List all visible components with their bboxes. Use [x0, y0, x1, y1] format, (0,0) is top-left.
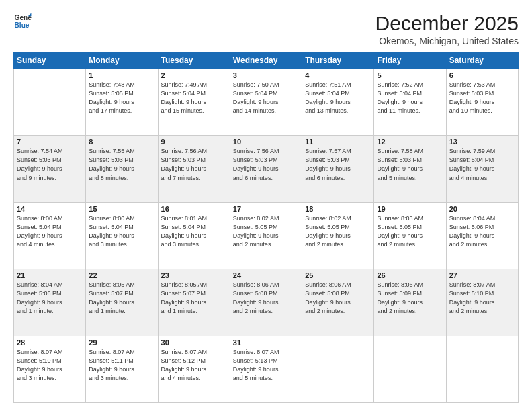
location: Okemos, Michigan, United States	[375, 36, 519, 46]
day-info: Sunrise: 8:04 AM Sunset: 5:06 PM Dayligh…	[17, 281, 83, 316]
calendar-week-row: 14Sunrise: 8:00 AM Sunset: 5:04 PM Dayli…	[14, 202, 519, 269]
day-info: Sunrise: 8:01 AM Sunset: 5:04 PM Dayligh…	[161, 214, 227, 249]
day-number: 19	[377, 205, 443, 213]
day-number: 8	[89, 138, 154, 146]
col-saturday: Saturday	[446, 52, 518, 69]
day-number: 15	[89, 205, 154, 213]
day-info: Sunrise: 8:06 AM Sunset: 5:08 PM Dayligh…	[305, 281, 371, 316]
day-number: 20	[449, 205, 515, 213]
table-cell: 28Sunrise: 8:07 AM Sunset: 5:10 PM Dayli…	[14, 336, 86, 402]
calendar-week-row: 7Sunrise: 7:54 AM Sunset: 5:03 PM Daylig…	[14, 136, 519, 202]
title-block: December 2025 Okemos, Michigan, United S…	[375, 12, 519, 46]
table-cell: 14Sunrise: 8:00 AM Sunset: 5:04 PM Dayli…	[14, 202, 86, 269]
day-number: 3	[233, 71, 299, 79]
table-cell: 17Sunrise: 8:02 AM Sunset: 5:05 PM Dayli…	[230, 202, 302, 269]
day-info: Sunrise: 7:56 AM Sunset: 5:03 PM Dayligh…	[233, 147, 299, 182]
day-info: Sunrise: 8:02 AM Sunset: 5:05 PM Dayligh…	[233, 214, 299, 249]
day-info: Sunrise: 8:07 AM Sunset: 5:11 PM Dayligh…	[89, 348, 154, 383]
col-tuesday: Tuesday	[158, 52, 230, 69]
calendar-week-row: 1Sunrise: 7:48 AM Sunset: 5:05 PM Daylig…	[14, 69, 519, 136]
table-cell: 25Sunrise: 8:06 AM Sunset: 5:08 PM Dayli…	[302, 269, 374, 336]
day-info: Sunrise: 7:48 AM Sunset: 5:05 PM Dayligh…	[89, 81, 154, 116]
day-info: Sunrise: 7:53 AM Sunset: 5:03 PM Dayligh…	[449, 81, 515, 116]
day-number: 13	[449, 138, 515, 146]
month-title: December 2025	[375, 12, 519, 34]
day-info: Sunrise: 8:05 AM Sunset: 5:07 PM Dayligh…	[161, 281, 227, 316]
day-number: 10	[233, 138, 299, 146]
day-info: Sunrise: 8:07 AM Sunset: 5:10 PM Dayligh…	[449, 281, 515, 316]
day-info: Sunrise: 8:07 AM Sunset: 5:10 PM Dayligh…	[17, 348, 83, 383]
table-cell	[302, 336, 374, 402]
col-wednesday: Wednesday	[230, 52, 302, 69]
day-number: 7	[17, 138, 83, 146]
day-info: Sunrise: 7:50 AM Sunset: 5:04 PM Dayligh…	[233, 81, 299, 116]
table-cell: 3Sunrise: 7:50 AM Sunset: 5:04 PM Daylig…	[230, 69, 302, 136]
header-row: Sunday Monday Tuesday Wednesday Thursday…	[14, 52, 519, 69]
day-info: Sunrise: 7:54 AM Sunset: 5:03 PM Dayligh…	[17, 147, 83, 182]
table-cell: 22Sunrise: 8:05 AM Sunset: 5:07 PM Dayli…	[86, 269, 158, 336]
table-cell	[14, 69, 86, 136]
calendar-week-row: 21Sunrise: 8:04 AM Sunset: 5:06 PM Dayli…	[14, 269, 519, 336]
day-number: 28	[17, 338, 83, 347]
table-cell: 27Sunrise: 8:07 AM Sunset: 5:10 PM Dayli…	[446, 269, 518, 336]
day-info: Sunrise: 7:56 AM Sunset: 5:03 PM Dayligh…	[161, 147, 227, 182]
day-number: 11	[305, 138, 371, 146]
day-number: 29	[89, 338, 154, 347]
day-info: Sunrise: 8:02 AM Sunset: 5:05 PM Dayligh…	[305, 214, 371, 249]
table-cell: 1Sunrise: 7:48 AM Sunset: 5:05 PM Daylig…	[86, 69, 158, 136]
day-number: 4	[305, 71, 371, 79]
day-number: 30	[161, 338, 227, 347]
calendar-week-row: 28Sunrise: 8:07 AM Sunset: 5:10 PM Dayli…	[14, 336, 519, 402]
day-number: 24	[233, 271, 299, 279]
logo: General Blue	[13, 12, 32, 31]
table-cell: 20Sunrise: 8:04 AM Sunset: 5:06 PM Dayli…	[446, 202, 518, 269]
day-number: 25	[305, 271, 371, 279]
calendar-table: Sunday Monday Tuesday Wednesday Thursday…	[13, 52, 519, 403]
table-cell: 30Sunrise: 8:07 AM Sunset: 5:12 PM Dayli…	[158, 336, 230, 402]
day-number: 21	[17, 271, 83, 279]
day-number: 27	[449, 271, 515, 279]
table-cell: 9Sunrise: 7:56 AM Sunset: 5:03 PM Daylig…	[158, 136, 230, 202]
table-cell: 26Sunrise: 8:06 AM Sunset: 5:09 PM Dayli…	[374, 269, 446, 336]
col-monday: Monday	[86, 52, 158, 69]
table-cell: 7Sunrise: 7:54 AM Sunset: 5:03 PM Daylig…	[14, 136, 86, 202]
table-cell: 15Sunrise: 8:00 AM Sunset: 5:04 PM Dayli…	[86, 202, 158, 269]
logo-icon: General Blue	[13, 12, 32, 31]
table-cell: 5Sunrise: 7:52 AM Sunset: 5:04 PM Daylig…	[374, 69, 446, 136]
day-info: Sunrise: 7:57 AM Sunset: 5:03 PM Dayligh…	[305, 147, 371, 182]
day-info: Sunrise: 8:07 AM Sunset: 5:13 PM Dayligh…	[233, 348, 299, 383]
table-cell: 23Sunrise: 8:05 AM Sunset: 5:07 PM Dayli…	[158, 269, 230, 336]
day-info: Sunrise: 7:55 AM Sunset: 5:03 PM Dayligh…	[89, 147, 154, 182]
day-info: Sunrise: 8:00 AM Sunset: 5:04 PM Dayligh…	[89, 214, 154, 249]
day-info: Sunrise: 7:52 AM Sunset: 5:04 PM Dayligh…	[377, 81, 443, 116]
day-number: 16	[161, 205, 227, 213]
table-cell: 2Sunrise: 7:49 AM Sunset: 5:04 PM Daylig…	[158, 69, 230, 136]
day-info: Sunrise: 8:07 AM Sunset: 5:12 PM Dayligh…	[161, 348, 227, 383]
day-number: 17	[233, 205, 299, 213]
day-number: 6	[449, 71, 515, 79]
col-thursday: Thursday	[302, 52, 374, 69]
table-cell	[446, 336, 518, 402]
col-sunday: Sunday	[14, 52, 86, 69]
day-info: Sunrise: 8:03 AM Sunset: 5:05 PM Dayligh…	[377, 214, 443, 249]
day-info: Sunrise: 8:06 AM Sunset: 5:08 PM Dayligh…	[233, 281, 299, 316]
day-number: 2	[161, 71, 227, 79]
day-number: 18	[305, 205, 371, 213]
table-cell: 8Sunrise: 7:55 AM Sunset: 5:03 PM Daylig…	[86, 136, 158, 202]
table-cell: 6Sunrise: 7:53 AM Sunset: 5:03 PM Daylig…	[446, 69, 518, 136]
table-cell: 16Sunrise: 8:01 AM Sunset: 5:04 PM Dayli…	[158, 202, 230, 269]
table-cell: 10Sunrise: 7:56 AM Sunset: 5:03 PM Dayli…	[230, 136, 302, 202]
table-cell: 18Sunrise: 8:02 AM Sunset: 5:05 PM Dayli…	[302, 202, 374, 269]
page: General Blue December 2025 Okemos, Michi…	[0, 0, 532, 411]
day-number: 31	[233, 338, 299, 347]
table-cell	[374, 336, 446, 402]
day-info: Sunrise: 8:00 AM Sunset: 5:04 PM Dayligh…	[17, 214, 83, 249]
day-info: Sunrise: 8:04 AM Sunset: 5:06 PM Dayligh…	[449, 214, 515, 249]
table-cell: 29Sunrise: 8:07 AM Sunset: 5:11 PM Dayli…	[86, 336, 158, 402]
header: General Blue December 2025 Okemos, Michi…	[13, 12, 519, 46]
day-number: 26	[377, 271, 443, 279]
day-number: 14	[17, 205, 83, 213]
table-cell: 13Sunrise: 7:59 AM Sunset: 5:04 PM Dayli…	[446, 136, 518, 202]
table-cell: 4Sunrise: 7:51 AM Sunset: 5:04 PM Daylig…	[302, 69, 374, 136]
table-cell: 12Sunrise: 7:58 AM Sunset: 5:03 PM Dayli…	[374, 136, 446, 202]
